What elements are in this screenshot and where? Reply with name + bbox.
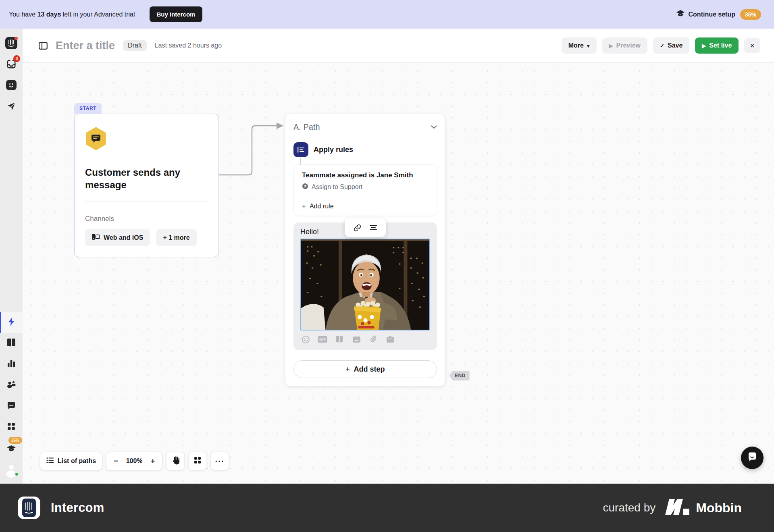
rules-icon (293, 142, 308, 157)
devices-icon (92, 233, 100, 242)
chat-bubble-icon (6, 401, 16, 412)
trial-banner: You have 13 days left in your Advanced t… (0, 0, 774, 29)
zoom-out-button[interactable]: − (109, 453, 123, 469)
trial-countdown-text: You have 13 days left in your Advanced t… (9, 11, 135, 18)
plus-icon: + (302, 202, 306, 210)
zoom-level: 100% (123, 457, 146, 465)
end-tag: END (449, 371, 470, 380)
sidebar-item-outbound[interactable] (0, 96, 23, 117)
workflow-title-input[interactable]: Enter a title (56, 39, 115, 52)
mobbin-wordmark: Mobbin (696, 501, 742, 515)
divider (85, 202, 208, 202)
sidebar-item-contacts[interactable] (0, 375, 23, 396)
sidebar-item-automation[interactable] (0, 312, 23, 333)
lightning-bolt-icon (7, 317, 16, 328)
sidebar-item-profile[interactable] (0, 459, 23, 480)
book-icon (6, 338, 16, 349)
apply-rules-label: Apply rules (314, 145, 353, 154)
trigger-title: Customer sends any message (85, 166, 208, 191)
rule-item[interactable]: Teammate assigned is Jane Smith Assign t… (294, 165, 437, 197)
notification-dot (15, 37, 18, 40)
more-channels-chip[interactable]: + 1 more (156, 229, 196, 246)
gif-icon[interactable]: GIF (318, 335, 327, 344)
grid-icon (194, 457, 201, 466)
formatting-toolbar (345, 218, 386, 237)
save-button[interactable]: ✓Save (653, 37, 689, 54)
gif-attachment[interactable] (300, 239, 430, 330)
workflow-canvas[interactable]: START Customer sends any message Channel… (23, 63, 774, 484)
bar-chart-icon (7, 359, 16, 370)
messenger-launcher[interactable] (741, 447, 764, 469)
attachment-icon[interactable] (369, 335, 378, 344)
sidebar-item-home[interactable] (0, 33, 23, 54)
mobbin-logo-icon (665, 499, 690, 517)
zoom-in-button[interactable]: + (146, 453, 160, 469)
path-header[interactable]: A. Path (293, 121, 437, 133)
preview-button[interactable]: ▶Preview (602, 37, 647, 54)
image-icon[interactable] (352, 335, 361, 344)
saved-replies-icon[interactable] (386, 335, 395, 344)
more-button[interactable]: More▾ (562, 37, 597, 54)
grid-icon (7, 422, 15, 432)
sidebar-item-reports[interactable] (0, 354, 23, 375)
sidebar-toggle-icon[interactable] (39, 42, 48, 50)
builder-header: Enter a title Draft Last saved 2 hours a… (23, 29, 774, 63)
sidebar-item-setup[interactable]: 35% (0, 438, 23, 459)
status-badge: Draft (123, 40, 147, 51)
setup-progress-mini-badge: 35% (8, 437, 22, 444)
trigger-card[interactable]: Customer sends any message Channels Web … (74, 114, 219, 257)
copilot-face-icon (6, 80, 17, 92)
plus-icon: + (346, 365, 350, 373)
add-rule-button[interactable]: + Add rule (294, 197, 437, 216)
sidebar-item-copilot[interactable] (0, 75, 23, 96)
ellipsis-icon: ··· (215, 457, 225, 466)
chevron-down-icon[interactable] (431, 123, 437, 131)
setup-progress-badge[interactable]: 35% (740, 9, 761, 20)
sidebar-item-knowledge[interactable] (0, 333, 23, 354)
intercom-messenger-icon (746, 451, 758, 465)
composer-icon-row: GIF (301, 335, 429, 344)
main-sidebar: 3 (0, 29, 23, 484)
align-center-icon[interactable] (366, 222, 380, 233)
list-of-paths-button[interactable]: List of paths (40, 452, 102, 470)
intercom-workflow-builder: You have 13 days left in your Advanced t… (0, 0, 774, 532)
caret-down-icon: ▾ (587, 43, 590, 49)
sidebar-item-messenger[interactable] (0, 396, 23, 417)
rule-action-label: Assign to Support (312, 183, 362, 191)
last-saved-text: Last saved 2 hours ago (155, 42, 222, 49)
footer-brand-name: Intercom (51, 501, 104, 515)
message-composer[interactable]: Hello! (293, 222, 437, 350)
close-button[interactable]: × (744, 38, 760, 53)
intercom-footer-logo (18, 497, 40, 519)
more-tools-button[interactable]: ··· (210, 452, 229, 470)
pan-tool-button[interactable] (166, 452, 185, 470)
continue-setup-link[interactable]: Continue setup (676, 10, 735, 19)
user-avatar (4, 462, 18, 476)
graduation-cap-icon (676, 10, 685, 19)
hand-icon (171, 456, 179, 466)
add-step-button[interactable]: + Add step (293, 360, 437, 378)
start-tag: START (74, 103, 102, 114)
sidebar-item-inbox[interactable]: 3 (0, 54, 23, 75)
path-panel: A. Path Apply rules Te (285, 114, 445, 387)
list-icon (46, 457, 54, 465)
canvas-toolbar: List of paths − 100% + (40, 452, 229, 470)
set-live-button[interactable]: ▶Set live (695, 37, 739, 54)
close-icon: × (750, 42, 755, 49)
buy-intercom-button[interactable]: Buy Intercom (150, 6, 203, 22)
channel-chip-web-ios[interactable]: Web and iOS (85, 229, 150, 246)
play-icon: ▶ (702, 43, 706, 49)
channels-label: Channels (85, 215, 208, 223)
rule-card: Teammate assigned is Jane Smith Assign t… (293, 164, 437, 216)
link-icon[interactable] (350, 222, 364, 233)
article-icon[interactable] (335, 335, 344, 344)
path-title: A. Path (293, 123, 320, 132)
emoji-icon[interactable] (301, 335, 310, 344)
apply-rules-step[interactable]: Apply rules (293, 142, 437, 157)
minimap-button[interactable] (188, 452, 207, 470)
inbox-count-badge: 3 (13, 55, 20, 62)
step-connector-stub (300, 158, 301, 164)
online-status-dot (15, 472, 19, 476)
popcorn-gif-image (301, 239, 429, 330)
sidebar-item-apps[interactable] (0, 417, 23, 438)
